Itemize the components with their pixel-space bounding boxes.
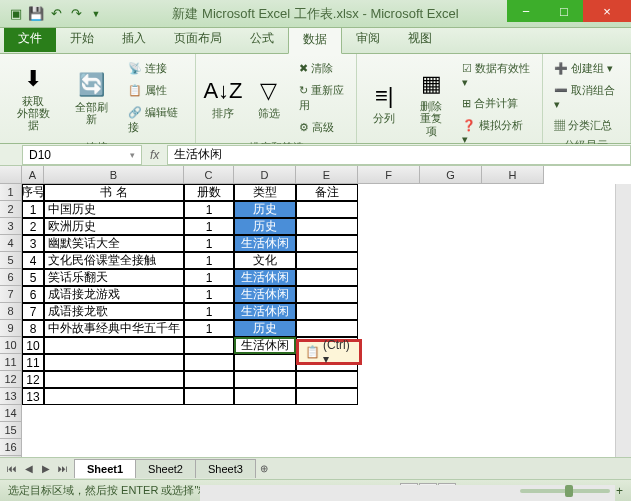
cell-C6[interactable]: 1 xyxy=(184,269,234,286)
row-header-12[interactable]: 12 xyxy=(0,371,22,388)
ribbon-small-button[interactable]: ✖ 清除 xyxy=(294,58,350,79)
save-icon[interactable]: 💾 xyxy=(28,6,44,22)
ribbon-button[interactable]: 🔄全部刷新 xyxy=(65,58,120,138)
qat-dropdown-icon[interactable]: ▼ xyxy=(88,6,104,22)
ribbon-small-button[interactable]: ⚙ 高级 xyxy=(294,117,350,138)
tab-视图[interactable]: 视图 xyxy=(394,25,446,53)
cell-D4[interactable]: 生活休闲 xyxy=(234,235,296,252)
column-header-G[interactable]: G xyxy=(420,166,482,184)
cell-B9[interactable]: 中外故事经典中华五千年 xyxy=(44,320,184,337)
redo-icon[interactable]: ↷ xyxy=(68,6,84,22)
cell-A8[interactable]: 7 xyxy=(22,303,44,320)
sheet-next-icon[interactable]: ▶ xyxy=(38,461,54,477)
cell-C13[interactable] xyxy=(184,388,234,405)
cell-E2[interactable] xyxy=(296,201,358,218)
tab-页面布局[interactable]: 页面布局 xyxy=(160,25,236,53)
ribbon-button[interactable]: ▽筛选 xyxy=(248,58,290,138)
sheet-tab-Sheet3[interactable]: Sheet3 xyxy=(195,459,256,478)
cell-B1[interactable]: 书 名 xyxy=(44,184,184,201)
cell-A1[interactable]: 序号 xyxy=(22,184,44,201)
cell-D9[interactable]: 历史 xyxy=(234,320,296,337)
cell-B13[interactable] xyxy=(44,388,184,405)
column-header-A[interactable]: A xyxy=(22,166,44,184)
row-header-14[interactable]: 14 xyxy=(0,405,22,422)
row-header-15[interactable]: 15 xyxy=(0,422,22,439)
row-header-6[interactable]: 6 xyxy=(0,269,22,286)
ribbon-small-button[interactable]: ➖ 取消组合 ▾ xyxy=(549,80,624,114)
row-header-5[interactable]: 5 xyxy=(0,252,22,269)
spreadsheet-grid[interactable]: ABCDEFGH 1234567891011121314151617 序号书 名… xyxy=(0,166,631,457)
row-header-17[interactable]: 17 xyxy=(0,456,22,457)
ribbon-button[interactable]: ⬇获取外部数据 xyxy=(6,58,61,138)
cell-D6[interactable]: 生活休闲 xyxy=(234,269,296,286)
row-header-13[interactable]: 13 xyxy=(0,388,22,405)
cell-E8[interactable] xyxy=(296,303,358,320)
tab-数据[interactable]: 数据 xyxy=(288,25,342,54)
ribbon-small-button[interactable]: ▦ 分类汇总 xyxy=(549,115,624,136)
name-box-dropdown-icon[interactable]: ▾ xyxy=(130,150,135,160)
column-header-D[interactable]: D xyxy=(234,166,296,184)
cell-B10[interactable] xyxy=(44,337,184,354)
ribbon-button[interactable]: A↓Z排序 xyxy=(202,58,244,138)
cell-A12[interactable]: 12 xyxy=(22,371,44,388)
cell-C4[interactable]: 1 xyxy=(184,235,234,252)
cell-A7[interactable]: 6 xyxy=(22,286,44,303)
cell-E1[interactable]: 备注 xyxy=(296,184,358,201)
row-header-11[interactable]: 11 xyxy=(0,354,22,371)
row-header-9[interactable]: 9 xyxy=(0,320,22,337)
cell-B11[interactable] xyxy=(44,354,184,371)
vertical-scrollbar[interactable] xyxy=(615,184,631,457)
cell-C10[interactable] xyxy=(184,337,234,354)
cell-A11[interactable]: 11 xyxy=(22,354,44,371)
sheet-prev-icon[interactable]: ◀ xyxy=(21,461,37,477)
ribbon-small-button[interactable]: 🔗 编辑链接 xyxy=(123,102,189,138)
zoom-in-button[interactable]: + xyxy=(616,484,623,498)
tab-开始[interactable]: 开始 xyxy=(56,25,108,53)
ribbon-small-button[interactable]: 📋 属性 xyxy=(123,80,189,101)
fx-icon[interactable]: fx xyxy=(142,148,167,162)
ribbon-small-button[interactable]: 📡 连接 xyxy=(123,58,189,79)
sheet-first-icon[interactable]: ⏮ xyxy=(4,461,20,477)
cell-E5[interactable] xyxy=(296,252,358,269)
zoom-slider[interactable] xyxy=(520,489,610,493)
ribbon-button[interactable]: ▦删除重复项 xyxy=(409,58,453,149)
cell-A4[interactable]: 3 xyxy=(22,235,44,252)
cell-C8[interactable]: 1 xyxy=(184,303,234,320)
row-header-10[interactable]: 10 xyxy=(0,337,22,354)
column-header-C[interactable]: C xyxy=(184,166,234,184)
row-header-4[interactable]: 4 xyxy=(0,235,22,252)
row-header-16[interactable]: 16 xyxy=(0,439,22,456)
tab-公式[interactable]: 公式 xyxy=(236,25,288,53)
cell-D13[interactable] xyxy=(234,388,296,405)
cell-E3[interactable] xyxy=(296,218,358,235)
cell-C2[interactable]: 1 xyxy=(184,201,234,218)
sheet-tab-Sheet2[interactable]: Sheet2 xyxy=(135,459,196,478)
paste-options-tag[interactable]: 📋(Ctrl) ▾ xyxy=(296,339,362,365)
cell-D7[interactable]: 生活休闲 xyxy=(234,286,296,303)
tab-插入[interactable]: 插入 xyxy=(108,25,160,53)
cell-A9[interactable]: 8 xyxy=(22,320,44,337)
column-header-E[interactable]: E xyxy=(296,166,358,184)
cell-C7[interactable]: 1 xyxy=(184,286,234,303)
row-header-1[interactable]: 1 xyxy=(0,184,22,201)
row-header-8[interactable]: 8 xyxy=(0,303,22,320)
cell-E12[interactable] xyxy=(296,371,358,388)
cell-A13[interactable]: 13 xyxy=(22,388,44,405)
ribbon-small-button[interactable]: ☑ 数据有效性 ▾ xyxy=(457,58,536,92)
tab-审阅[interactable]: 审阅 xyxy=(342,25,394,53)
cell-E13[interactable] xyxy=(296,388,358,405)
cell-C5[interactable]: 1 xyxy=(184,252,234,269)
name-box[interactable]: D10 ▾ xyxy=(22,145,142,165)
cell-E4[interactable] xyxy=(296,235,358,252)
cell-A3[interactable]: 2 xyxy=(22,218,44,235)
column-header-F[interactable]: F xyxy=(358,166,420,184)
cell-B7[interactable]: 成语接龙游戏 xyxy=(44,286,184,303)
cell-D8[interactable]: 生活休闲 xyxy=(234,303,296,320)
sheet-last-icon[interactable]: ⏭ xyxy=(55,461,71,477)
formula-bar[interactable]: 生活休闲 xyxy=(167,145,631,165)
cell-B8[interactable]: 成语接龙歌 xyxy=(44,303,184,320)
ribbon-button[interactable]: ≡|分列 xyxy=(363,58,405,149)
cell-B4[interactable]: 幽默笑话大全 xyxy=(44,235,184,252)
horizontal-scrollbar[interactable] xyxy=(200,485,615,501)
cell-C1[interactable]: 册数 xyxy=(184,184,234,201)
